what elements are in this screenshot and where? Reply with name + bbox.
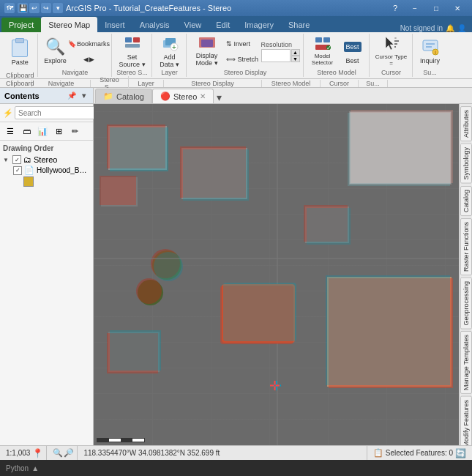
stereo-check[interactable] [12,155,21,164]
minimize-button[interactable]: − [405,1,425,15]
stereo-tab-close-icon[interactable]: ✕ [200,92,206,100]
paste-label: Paste [12,59,29,66]
bookmarks-label: Bookmarks [77,40,110,48]
save-icon[interactable]: 💾 [18,3,28,13]
contents-tree: Drawing Order ▼ 🗂 Stereo 📄 Hollywood_Bui… [0,141,93,445]
cursor-buttons: = Cursor Type = [374,35,409,67]
database-view-button[interactable]: 🗃 [19,124,34,138]
tab-project[interactable]: Project [1,18,41,32]
drawing-order-label: Drawing Order [3,144,53,152]
ribbon-group-navigate: 🔍 Explore 🔖 Bookmarks ◀ ▶ Navigate [40,34,112,77]
hollywood-check[interactable] [13,166,22,175]
right-tab-attributes[interactable]: Attributes [460,106,472,141]
close-button[interactable]: ✕ [447,1,468,15]
forward-icon: ▶ [89,56,94,63]
doc-tab-list-button[interactable]: ▾ [214,92,225,103]
model-selector-button[interactable]: ✓ Model Selector [308,35,337,67]
window-title: ArcGIS Pro - Tutorial_CreateFeatures - S… [66,4,231,12]
tab-view[interactable]: View [177,18,209,32]
tab-analysis[interactable]: Analysis [132,18,177,32]
resolution-up-button[interactable]: ▲ [291,49,300,56]
right-tab-modify-features[interactable]: Modify Features [460,396,472,445]
lbl-navigate: Navigate [32,80,91,87]
map-and-panel: ✛ Attributes Symbology Catalog Raster Fu… [94,104,472,445]
display-mode-button[interactable]: Display Mode ▾ [191,35,223,67]
zoom-in-icon[interactable]: 🔍 [53,448,63,458]
chart-view-button[interactable]: 📊 [35,124,50,138]
stereo-display-buttons: Display Mode ▾ ⇅ Invert ⟺ Stretch Resolu… [191,35,300,67]
python-expand-icon[interactable]: ▲ [31,464,39,472]
right-tab-raster-functions[interactable]: Raster Functions [460,218,472,275]
layer-hollywood[interactable]: 📄 Hollywood_Buildings_C... [1,165,91,176]
right-tab-catalog[interactable]: Catalog [460,186,472,216]
right-tab-geoprocessing[interactable]: Geoprocessing [460,278,472,330]
right-tab-manage-templates[interactable]: Manage Templates [460,331,472,394]
zoom-out-icon[interactable]: 🔎 [64,448,74,458]
stereo-layer-label: Stereo [34,155,57,164]
python-bar: Python ▲ [0,460,472,476]
edit-view-button[interactable]: ✏ [67,124,82,138]
svg-rect-1 [133,37,140,42]
scale-seg-1 [97,439,109,442]
set-source-button[interactable]: Set Source ▾ [116,35,149,67]
list-view-button[interactable]: ☰ [3,124,18,138]
grid-view-button[interactable]: ⊞ [51,124,66,138]
resolution-input[interactable] [261,49,291,62]
paste-button[interactable]: Paste [6,35,34,70]
stereo-source-buttons: Set Source ▾ [116,35,149,67]
best-button[interactable]: Best Best [340,35,366,67]
not-signed-in-label: Not signed in [400,24,443,32]
customize-icon[interactable]: ▾ [53,3,63,13]
resolution-label: Resolution [261,41,293,48]
refresh-icon[interactable]: 🔄 [455,448,466,458]
maximize-button[interactable]: □ [426,1,446,15]
map-container: 📁 Catalog 🔴 Stereo ✕ ▾ [94,88,472,445]
stretch-label: Stretch [238,56,259,63]
large-building-cyan [326,275,450,385]
ribbon-group-stereo-display: Display Mode ▾ ⇅ Invert ⟺ Stretch Resolu… [188,34,304,77]
invert-label: Invert [234,40,251,48]
best-icon: Best [344,38,362,56]
cursor-type-button[interactable]: = Cursor Type = [374,35,409,67]
layer-stereo[interactable]: ▼ 🗂 Stereo [1,155,91,165]
navigation-tools[interactable]: 🔍 🔎 [50,446,78,460]
explore-button[interactable]: 🔍 Explore [42,35,69,67]
undo-icon[interactable]: ↩ [29,3,40,13]
bookmarks-button[interactable]: 🔖 Bookmarks [70,37,108,51]
stretch-button[interactable]: ⟺ Stretch [226,52,258,67]
sign-in-area[interactable]: Not signed in 🔔 👤 [396,24,471,32]
map-view[interactable]: ✛ [94,104,459,445]
add-data-button[interactable]: + Add Data ▾ [157,35,183,67]
right-tab-symbology[interactable]: Symbology [460,144,472,184]
contents-panel-header: Contents 📌 ▾ [0,88,93,104]
map-cyan-layer [348,113,450,186]
clipboard-buttons: Paste [6,35,34,70]
building-3-cyan [183,149,249,201]
panel-menu-icon[interactable]: ▾ [78,91,89,101]
tab-stereo-map[interactable]: Stereo Map [41,17,97,32]
navigate-arrows[interactable]: ◀ ▶ [70,52,108,67]
pin-icon[interactable]: 📌 [67,91,77,101]
invert-button[interactable]: ⇅ Invert [226,37,258,51]
contents-toolbar: ☰ 🗃 📊 ⊞ ✏ [0,122,93,141]
contents-panel: Contents 📌 ▾ ⚡ 🔍 ☰ 🗃 📊 ⊞ ✏ Drawing Order… [0,88,94,445]
tab-insert[interactable]: Insert [97,18,132,32]
main-layout: Contents 📌 ▾ ⚡ 🔍 ☰ 🗃 📊 ⊞ ✏ Drawing Order… [0,88,472,445]
tab-catalog[interactable]: 📁 Catalog [95,89,152,103]
redo-icon[interactable]: ↪ [41,3,51,13]
svg-rect-0 [125,37,132,42]
resolution-down-button[interactable]: ▼ [291,56,300,62]
drawing-order-header: Drawing Order [1,144,91,153]
inquiry-button[interactable]: i Inquiry [417,35,443,67]
scale-section: 1:1,003 📍 [3,446,47,460]
tab-imagery[interactable]: Imagery [237,18,281,32]
tab-share[interactable]: Share [281,18,317,32]
inquiry-group-label: Su... [423,69,437,76]
tab-edit[interactable]: Edit [209,18,237,32]
resolution-col: Resolution ▲ ▼ [261,41,300,62]
scale-seg-2 [109,439,121,442]
hollywood-layer-icon: 📄 [24,166,34,175]
help-button[interactable]: ? [389,1,402,15]
svg-rect-2 [125,44,140,48]
tab-stereo[interactable]: 🔴 Stereo ✕ [152,89,214,103]
